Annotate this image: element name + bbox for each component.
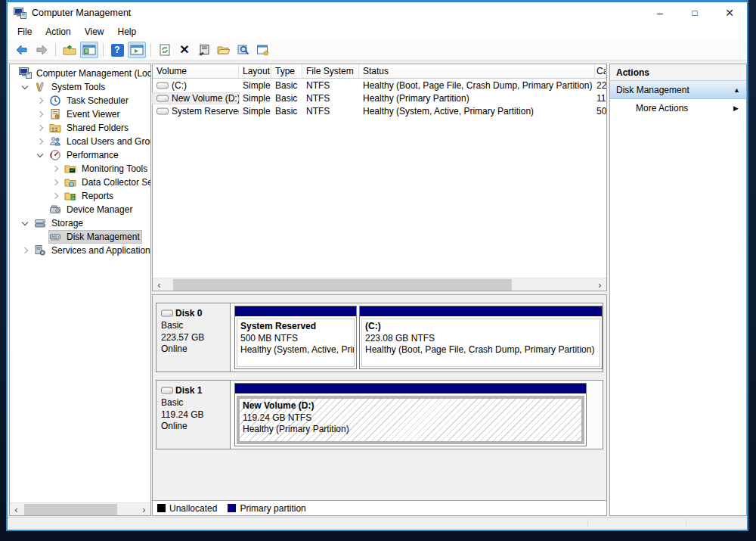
status-cell: Healthy (Boot, Page File, Crash Dump, Pr… <box>359 80 595 91</box>
volume-list-horizontal-scrollbar[interactable]: ‹ › <box>153 278 606 291</box>
tree-item-shared-folders[interactable]: Shared Folders <box>10 121 150 135</box>
scroll-left-icon[interactable]: ‹ <box>153 278 166 291</box>
maximize-button[interactable]: □ <box>677 2 712 23</box>
chevron-right-icon[interactable] <box>36 126 49 130</box>
volume-row-c[interactable]: (C:) Simple Basic NTFS Healthy (Boot, Pa… <box>153 79 606 92</box>
disk-0-label[interactable]: Disk 0 Basic 223.57 GB Online <box>156 303 231 372</box>
tree-item-computer-management[interactable]: Computer Management (Local <box>10 67 150 80</box>
tree-item-services-and-applications[interactable]: Services and Applications <box>10 244 150 257</box>
find-button[interactable] <box>234 42 253 58</box>
open-folder-button[interactable] <box>215 42 233 58</box>
tree-item-device-manager[interactable]: Device Manager <box>10 203 150 216</box>
partition-health: Healthy (Boot, Page File, Crash Dump, Pr… <box>365 344 596 356</box>
show-action-pane-button[interactable] <box>128 42 146 58</box>
actions-group-disk-management[interactable]: Disk Management ▲ <box>610 81 746 99</box>
file-system-cell: NTFS <box>302 106 359 117</box>
forward-button[interactable] <box>33 42 51 58</box>
partition-new-volume-d[interactable]: New Volume (D:) 119.24 GB NTFS Healthy (… <box>234 383 587 446</box>
partition-c-drive[interactable]: (C:) 223.08 GB NTFS Healthy (Boot, Page … <box>359 306 603 369</box>
tree-item-local-users-and-groups[interactable]: Local Users and Groups <box>10 135 150 148</box>
collapse-icon[interactable]: ▲ <box>733 86 740 94</box>
tree-item-data-collector-sets[interactable]: Data Collector Sets <box>10 176 150 189</box>
tree-item-task-scheduler[interactable]: Task Scheduler <box>10 94 150 107</box>
menu-file[interactable]: File <box>11 24 39 39</box>
chevron-down-icon[interactable] <box>36 154 49 157</box>
more-actions-item[interactable]: More Actions ▶ <box>610 99 746 117</box>
partition-color-bar <box>360 306 602 316</box>
refresh-button[interactable] <box>156 42 174 58</box>
delete-icon: ✕ <box>179 44 189 56</box>
tree-item-label: Local Users and Groups <box>65 135 150 148</box>
scrollbar-thumb[interactable] <box>173 279 512 291</box>
back-button[interactable] <box>13 42 31 58</box>
tree-item-monitoring-tools[interactable]: Monitoring Tools <box>10 162 150 176</box>
partition-color-bar <box>235 384 586 393</box>
primary-partition-swatch-icon <box>228 504 236 512</box>
column-header-file-system[interactable]: File System <box>302 64 359 79</box>
type-cell: Basic <box>271 106 302 117</box>
menu-view[interactable]: View <box>78 24 111 39</box>
chevron-right-icon[interactable] <box>20 248 34 253</box>
chevron-down-icon[interactable] <box>20 86 34 89</box>
snap-in-button[interactable] <box>254 42 272 58</box>
menu-help[interactable]: Help <box>111 24 144 39</box>
capacity-cell: 223.08 GB <box>595 80 606 91</box>
chevron-down-icon[interactable] <box>20 222 34 225</box>
tree-item-event-viewer[interactable]: Event Viewer <box>10 107 150 121</box>
disk-1-label[interactable]: Disk 1 Basic 119.24 GB Online <box>156 381 231 449</box>
menu-action[interactable]: Action <box>39 24 77 39</box>
chevron-right-icon[interactable] <box>36 139 49 144</box>
tree-item-disk-management[interactable]: Disk Management <box>10 230 150 244</box>
column-header-layout[interactable]: Layout <box>239 64 271 79</box>
title-bar: Computer Management – □ ✕ <box>8 2 747 23</box>
scroll-right-icon[interactable]: › <box>593 278 606 291</box>
chevron-right-icon[interactable] <box>51 166 64 171</box>
disk-0-row: Disk 0 Basic 223.57 GB Online System Res… <box>156 303 603 372</box>
column-header-type[interactable]: Type <box>271 64 302 79</box>
computer-icon <box>19 67 32 79</box>
help-button[interactable]: ? <box>108 42 126 58</box>
tree-item-label: Shared Folders <box>65 122 130 134</box>
volume-name: New Volume (D:) <box>172 93 239 104</box>
status-divider <box>587 520 588 527</box>
column-header-status[interactable]: Status <box>359 64 595 79</box>
scrollbar-thumb[interactable] <box>24 504 117 515</box>
scrollbar-track[interactable] <box>23 503 138 516</box>
tree-item-storage[interactable]: Storage <box>10 216 150 230</box>
chevron-right-icon[interactable] <box>51 194 64 198</box>
tree-item-system-tools[interactable]: System Tools <box>10 80 150 94</box>
volume-row-system-reserved[interactable]: System Reserved Simple Basic NTFS Health… <box>153 104 606 117</box>
chevron-right-icon[interactable] <box>36 98 49 103</box>
disk-type: Basic <box>161 320 230 332</box>
tree-horizontal-scrollbar[interactable]: ‹ › <box>10 502 150 515</box>
close-button[interactable]: ✕ <box>712 2 747 23</box>
toolbar-separator <box>150 43 151 57</box>
column-header-volume[interactable]: Volume <box>153 64 239 79</box>
unallocated-swatch-icon <box>157 504 166 512</box>
minimize-button[interactable]: – <box>643 2 677 23</box>
properties-button[interactable] <box>195 42 213 58</box>
tree-item-label: Computer Management (Local <box>35 67 150 79</box>
monitoring-tools-icon <box>64 163 77 175</box>
scrollbar-track[interactable] <box>166 278 593 291</box>
partition-name: New Volume (D:) <box>243 400 578 412</box>
scroll-left-icon[interactable]: ‹ <box>10 503 23 516</box>
show-console-tree-button[interactable] <box>80 42 98 58</box>
chevron-right-icon[interactable] <box>51 180 64 185</box>
disk-status: Online <box>161 344 230 356</box>
delete-button[interactable]: ✕ <box>175 42 194 58</box>
volume-name-cell: System Reserved <box>153 106 239 117</box>
volume-row-new-volume-d[interactable]: New Volume (D:) Simple Basic NTFS Health… <box>153 92 606 104</box>
chevron-right-icon[interactable] <box>36 112 49 117</box>
actions-panel: Actions Disk Management ▲ More Actions ▶ <box>609 64 747 516</box>
scroll-right-icon[interactable]: › <box>138 503 150 516</box>
disk-type: Basic <box>161 397 230 409</box>
tree-item-performance[interactable]: Performance <box>10 148 150 162</box>
disk-1-row: Disk 1 Basic 119.24 GB Online New Volume… <box>156 380 603 449</box>
shared-folders-icon <box>49 122 62 134</box>
up-one-level-button[interactable] <box>60 42 79 58</box>
partition-system-reserved[interactable]: System Reserved 500 MB NTFS Healthy (Sys… <box>234 306 357 369</box>
layout-cell: Simple <box>239 93 271 104</box>
tree-item-reports[interactable]: Reports <box>10 189 150 203</box>
column-header-capacity[interactable]: Capacity <box>595 64 606 79</box>
